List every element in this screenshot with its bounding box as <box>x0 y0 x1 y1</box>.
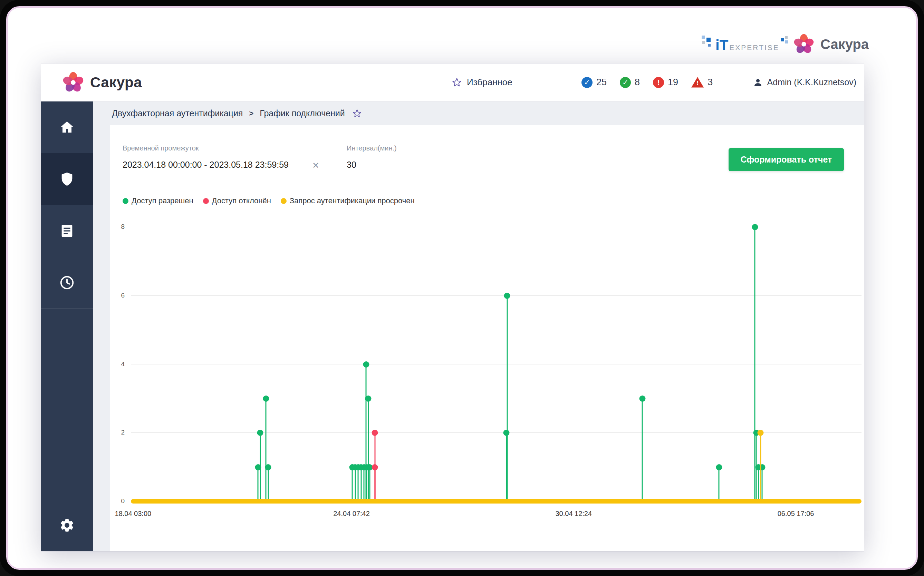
sakura-flower-icon <box>62 71 85 94</box>
interval-value: 30 <box>347 160 356 170</box>
breadcrumb: Двухфакторная аутентификация > График по… <box>112 101 362 125</box>
data-point[interactable] <box>374 433 375 501</box>
data-point[interactable] <box>754 227 756 501</box>
gridline <box>131 364 862 365</box>
data-point[interactable] <box>364 467 365 501</box>
legend-dot-green <box>123 198 128 204</box>
sakura-corporate-logo: Сакура <box>793 32 869 57</box>
data-point[interactable] <box>366 365 367 502</box>
legend-label: Доступ разрешен <box>131 196 193 205</box>
exclamation-circle-icon: ! <box>653 77 664 88</box>
favorite-page-star-icon[interactable] <box>352 108 362 119</box>
legend-item-denied: Доступ отклонён <box>203 196 271 205</box>
badge-approved[interactable]: ✓ 25 <box>581 77 607 88</box>
data-point[interactable] <box>368 398 369 501</box>
data-point[interactable] <box>266 398 267 501</box>
it-logo-text: iT <box>716 37 728 53</box>
data-point[interactable] <box>358 467 359 501</box>
badge-success[interactable]: ✓ 8 <box>620 77 640 88</box>
clock-icon <box>59 275 75 291</box>
data-point[interactable] <box>360 467 362 501</box>
report-icon <box>59 223 75 239</box>
data-point-marker <box>263 395 269 402</box>
data-point-marker <box>504 293 510 299</box>
status-badges: ✓ 25 ✓ 8 ! 19 ! 3 <box>581 64 713 101</box>
sidebar-item-home[interactable] <box>41 101 93 153</box>
data-point[interactable] <box>758 467 759 501</box>
expertise-logo-text: EXPERTISE <box>729 38 779 52</box>
sakura-flower-icon <box>793 33 815 55</box>
gridline <box>131 432 862 433</box>
data-point[interactable] <box>259 433 261 501</box>
legend-item-expired: Запрос аутентификации просрочен <box>281 196 415 205</box>
sidebar-item-history[interactable] <box>41 257 93 309</box>
time-range-label: Временной промежуток <box>123 144 320 152</box>
person-icon <box>753 77 763 88</box>
badge-count: 3 <box>708 77 713 88</box>
y-axis-tick: 2 <box>121 429 125 436</box>
data-point-marker <box>363 362 369 368</box>
shield-icon <box>59 171 75 187</box>
data-point[interactable] <box>369 467 370 501</box>
badge-warnings[interactable]: ! 3 <box>691 77 713 88</box>
badge-count: 19 <box>668 77 678 88</box>
sidebar-item-settings[interactable] <box>41 499 93 551</box>
user-menu[interactable]: Admin (K.K.Kuznetsov) <box>753 64 856 101</box>
data-point[interactable] <box>762 467 763 501</box>
data-point[interactable] <box>352 467 353 501</box>
sidebar-spacer <box>41 309 93 499</box>
data-point-marker <box>639 395 645 402</box>
y-axis-tick: 0 <box>121 497 125 505</box>
data-point[interactable] <box>506 296 508 501</box>
breadcrumb-current: График подключений <box>259 108 345 118</box>
time-range-input[interactable]: 2023.04.18 00:00:00 - 2023.05.18 23:59:5… <box>123 156 320 174</box>
time-range-value: 2023.04.18 00:00:00 - 2023.05.18 23:59:5… <box>123 160 289 170</box>
it-expertise-pixels-icon <box>701 35 713 55</box>
data-point-marker <box>265 464 271 470</box>
data-point[interactable] <box>642 398 643 501</box>
data-point[interactable] <box>267 467 269 501</box>
data-point[interactable] <box>760 433 761 501</box>
badge-errors[interactable]: ! 19 <box>653 77 678 88</box>
x-axis-tick: 18.04 03:00 <box>115 510 152 518</box>
screenshot-frame: iT EXPERTISE Сакура <box>0 0 924 576</box>
sidebar <box>41 101 93 551</box>
warning-triangle-icon: ! <box>691 77 704 88</box>
favorites-button[interactable]: Избранное <box>451 64 512 101</box>
y-axis-tick: 6 <box>121 292 125 299</box>
badge-count: 25 <box>596 77 607 88</box>
app-header: Сакура Избранное ✓ 25 ✓ 8 ! <box>41 64 864 101</box>
gear-icon <box>59 517 75 533</box>
interval-input[interactable]: 30 <box>347 156 469 174</box>
legend-dot-red <box>203 198 209 204</box>
generate-report-button[interactable]: Сформировать отчет <box>729 148 844 171</box>
connections-chart: 0246818.04 03:0024.04 07:4230.04 12:2406… <box>131 227 862 501</box>
data-point[interactable] <box>355 467 356 501</box>
data-point[interactable] <box>258 467 259 501</box>
badge-count: 8 <box>635 77 640 88</box>
it-expertise-logo: iT EXPERTISE <box>701 33 791 57</box>
x-axis-tick: 06.05 17:06 <box>778 510 814 518</box>
user-name: Admin (K.K.Kuznetsov) <box>767 77 856 87</box>
report-panel: Временной промежуток 2023.04.18 00:00:00… <box>110 125 864 551</box>
sidebar-item-reports[interactable] <box>41 205 93 257</box>
x-axis-tick: 30.04 12:24 <box>555 510 592 518</box>
check-circle-green-icon: ✓ <box>620 77 631 88</box>
sidebar-item-security[interactable] <box>41 153 93 205</box>
clear-icon[interactable]: ✕ <box>312 161 319 170</box>
interval-label: Интервал(мин.) <box>347 144 469 152</box>
legend-label: Запрос аутентификации просрочен <box>290 196 415 205</box>
data-point-marker <box>757 430 764 436</box>
favorites-label: Избранное <box>467 77 512 88</box>
breadcrumb-parent[interactable]: Двухфакторная аутентификация <box>112 108 243 118</box>
y-axis-tick: 4 <box>121 360 125 368</box>
data-point-marker <box>716 464 722 470</box>
breadcrumb-separator-icon: > <box>249 109 253 118</box>
app-brand[interactable]: Сакура <box>62 71 142 94</box>
legend-label: Доступ отклонён <box>212 196 271 205</box>
y-axis-tick: 8 <box>121 223 125 230</box>
data-point[interactable] <box>719 467 720 501</box>
data-point-marker <box>372 430 378 436</box>
zero-baseline <box>131 499 862 504</box>
app-body: Двухфакторная аутентификация > График по… <box>41 101 864 551</box>
